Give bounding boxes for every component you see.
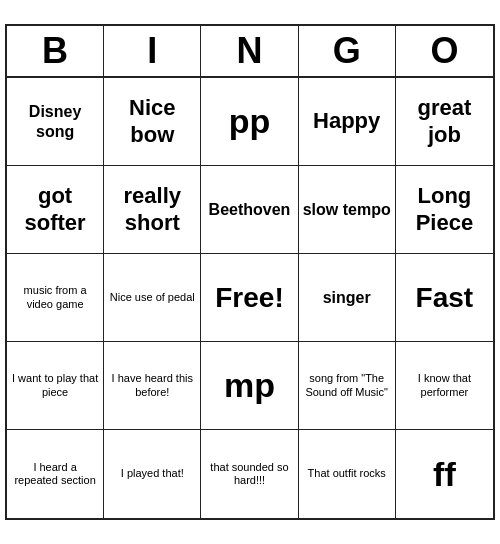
header-letter: B [7, 26, 104, 76]
bingo-cell-24: ff [396, 430, 493, 518]
bingo-card: BINGO Disney songNice bowppHappygreat jo… [5, 24, 495, 520]
bingo-cell-7: Beethoven [201, 166, 298, 254]
bingo-cell-1: Nice bow [104, 78, 201, 166]
bingo-cell-15: I want to play that piece [7, 342, 104, 430]
bingo-cell-16: I have heard this before! [104, 342, 201, 430]
bingo-cell-13: singer [299, 254, 396, 342]
bingo-cell-6: really short [104, 166, 201, 254]
bingo-cell-20: I heard a repeated section [7, 430, 104, 518]
bingo-cell-10: music from a video game [7, 254, 104, 342]
bingo-cell-22: that sounded so hard!!! [201, 430, 298, 518]
header-letter: I [104, 26, 201, 76]
bingo-cell-3: Happy [299, 78, 396, 166]
header-letter: N [201, 26, 298, 76]
header-letter: G [299, 26, 396, 76]
bingo-cell-19: I know that performer [396, 342, 493, 430]
bingo-cell-8: slow tempo [299, 166, 396, 254]
bingo-cell-9: Long Piece [396, 166, 493, 254]
bingo-cell-11: Nice use of pedal [104, 254, 201, 342]
bingo-header: BINGO [7, 26, 493, 78]
bingo-grid: Disney songNice bowppHappygreat jobgot s… [7, 78, 493, 518]
bingo-cell-2: pp [201, 78, 298, 166]
bingo-cell-5: got softer [7, 166, 104, 254]
bingo-cell-21: I played that! [104, 430, 201, 518]
bingo-cell-0: Disney song [7, 78, 104, 166]
bingo-cell-4: great job [396, 78, 493, 166]
bingo-cell-17: mp [201, 342, 298, 430]
bingo-cell-12: Free! [201, 254, 298, 342]
bingo-cell-14: Fast [396, 254, 493, 342]
bingo-cell-23: That outfit rocks [299, 430, 396, 518]
bingo-cell-18: song from "The Sound off Music" [299, 342, 396, 430]
header-letter: O [396, 26, 493, 76]
